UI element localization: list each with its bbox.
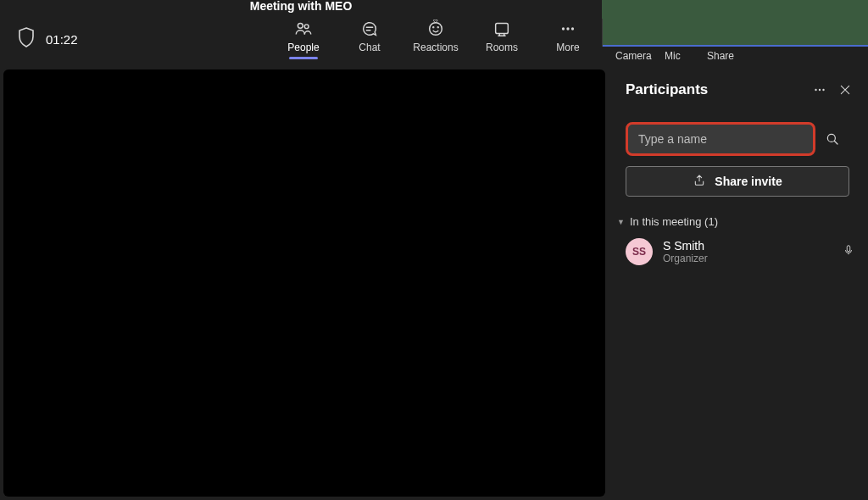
- toolbar-chat[interactable]: Chat: [346, 19, 393, 59]
- toolbar-reactions-label: Reactions: [413, 42, 458, 53]
- svg-point-1: [304, 24, 309, 28]
- toolbar-more-label: More: [556, 42, 579, 53]
- svg-point-4: [437, 26, 438, 27]
- participants-more-icon[interactable]: [807, 77, 832, 103]
- meeting-timer: 01:22: [46, 32, 78, 47]
- svg-rect-5: [496, 23, 509, 33]
- toolbar-reactions[interactable]: Reactions: [412, 19, 459, 59]
- participant-search-box[interactable]: [626, 122, 815, 156]
- participant-search-input[interactable]: [638, 132, 803, 146]
- toolbar-rooms[interactable]: Rooms: [478, 19, 526, 59]
- participants-panel: Participants: [610, 69, 865, 497]
- svg-point-2: [430, 22, 442, 35]
- svg-point-6: [562, 27, 565, 30]
- svg-point-9: [815, 89, 816, 91]
- toolbar-rooms-label: Rooms: [486, 42, 518, 53]
- meeting-title: Meeting with MEO: [0, 0, 602, 12]
- reactions-icon: [426, 19, 445, 38]
- rooms-icon: [492, 19, 511, 38]
- svg-point-3: [433, 26, 434, 27]
- device-controls-row: Camera Mic Share: [602, 47, 868, 65]
- participant-role: Organizer: [663, 253, 708, 264]
- participant-row[interactable]: SS S Smith Organizer: [626, 238, 854, 265]
- svg-point-0: [298, 23, 303, 28]
- avatar: SS: [626, 238, 653, 265]
- svg-point-11: [822, 89, 824, 91]
- participants-title: Participants: [626, 81, 807, 98]
- share-button[interactable]: Share: [707, 50, 758, 62]
- video-stage: [3, 69, 605, 497]
- chevron-down-icon: ▼: [617, 218, 625, 226]
- share-invite-button[interactable]: Share invite: [626, 166, 849, 197]
- share-invite-label: Share invite: [715, 175, 782, 188]
- close-icon[interactable]: [832, 77, 858, 103]
- more-icon: [559, 19, 577, 38]
- toolbar-chat-label: Chat: [359, 42, 380, 53]
- svg-point-8: [571, 27, 574, 30]
- participant-name: S Smith: [663, 239, 708, 253]
- toolbar-people[interactable]: People: [280, 19, 327, 59]
- in-meeting-section[interactable]: ▼ In this meeting (1): [617, 215, 858, 228]
- people-icon: [294, 19, 313, 38]
- toolbar-people-label: People: [287, 42, 319, 53]
- svg-point-10: [819, 89, 821, 91]
- share-invite-icon: [693, 174, 706, 190]
- svg-point-7: [566, 27, 569, 30]
- shield-icon[interactable]: [17, 26, 36, 52]
- mic-status-icon[interactable]: [843, 242, 854, 261]
- search-icon[interactable]: [815, 122, 849, 156]
- svg-rect-13: [847, 246, 850, 252]
- camera-button[interactable]: Camera: [615, 50, 665, 62]
- meeting-toolbar: 01:22 People Chat: [0, 13, 602, 65]
- self-video-placeholder: [602, 0, 868, 47]
- mic-button[interactable]: Mic: [665, 50, 707, 62]
- chat-icon: [360, 19, 379, 38]
- in-meeting-label: In this meeting (1): [630, 215, 718, 228]
- toolbar-more[interactable]: More: [544, 19, 592, 59]
